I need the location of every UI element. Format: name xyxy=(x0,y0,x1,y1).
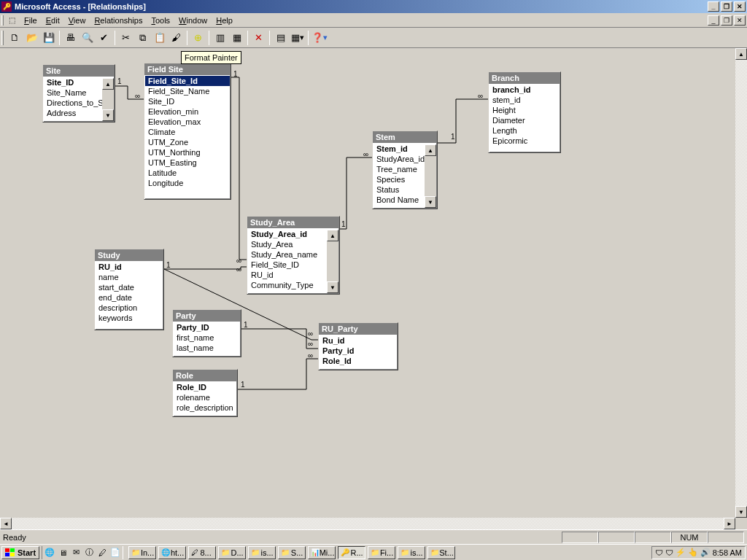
field[interactable]: UTM_Easting xyxy=(145,158,230,168)
open-icon[interactable]: 📂 xyxy=(23,30,40,46)
taskbar-item[interactable]: 📁Fi... xyxy=(368,546,395,559)
app-icon[interactable]: ⓘ xyxy=(83,547,95,559)
field[interactable]: Diameter xyxy=(489,115,560,125)
mdi-restore-button[interactable]: ❐ xyxy=(721,15,732,26)
field[interactable]: Height xyxy=(489,105,560,115)
field[interactable]: first_name xyxy=(174,332,240,343)
database-window-icon[interactable]: ▤ xyxy=(272,30,289,46)
tray-icon[interactable]: 🛡 xyxy=(665,548,673,557)
menu-edit[interactable]: Edit xyxy=(42,15,64,26)
scroll-up-icon[interactable]: ▲ xyxy=(425,144,436,156)
table-title[interactable]: Branch xyxy=(489,72,560,84)
show-all-icon[interactable]: ▦ xyxy=(228,30,245,46)
taskbar-item[interactable]: 📁S... xyxy=(278,546,306,559)
field[interactable]: Longitude xyxy=(145,178,230,188)
mdi-minimize-button[interactable]: _ xyxy=(708,15,719,26)
field[interactable]: Community_Type xyxy=(248,280,338,290)
field[interactable]: Party_ID xyxy=(174,322,240,332)
show-direct-icon[interactable]: ▥ xyxy=(212,30,228,46)
tray-icon[interactable]: 🔊 xyxy=(700,548,711,557)
field[interactable]: Field_Site_ID xyxy=(248,260,338,270)
menu-file[interactable]: File xyxy=(20,15,42,26)
taskbar-item[interactable]: 📁is... xyxy=(398,546,425,559)
start-button[interactable]: Start xyxy=(1,546,39,559)
field[interactable]: Study_Area xyxy=(248,239,338,249)
table-party[interactable]: Party Party_ID first_name last_name xyxy=(172,309,241,357)
field[interactable]: Site_ID xyxy=(145,96,230,106)
table-ru-party[interactable]: RU_Party Ru_id Party_id Role_Id xyxy=(318,322,398,370)
restore-button[interactable]: ❐ xyxy=(721,1,732,12)
print-icon[interactable]: 🖶 xyxy=(62,30,79,46)
new-object-icon[interactable]: ▦▾ xyxy=(289,30,306,46)
save-icon[interactable]: 💾 xyxy=(40,30,57,46)
field[interactable]: Epicormic xyxy=(489,136,560,146)
table-title[interactable]: Field Site xyxy=(144,63,231,75)
scroll-up-icon[interactable]: ▲ xyxy=(327,230,338,241)
field[interactable]: Latitude xyxy=(145,168,230,178)
ie-icon[interactable]: 🌐 xyxy=(44,547,55,559)
relationships-canvas[interactable]: 1 ∞ 1 ∞ 1 ∞ 1 ∞ 1 ∞ ∞ 1 ∞ 1 ∞ Site Site_… xyxy=(0,48,747,529)
taskbar-item[interactable]: 🌐ht... xyxy=(158,546,186,559)
tray-icon[interactable]: 👆 xyxy=(688,548,698,557)
field[interactable]: last_name xyxy=(174,343,240,353)
new-icon[interactable]: 🗋 xyxy=(7,30,23,46)
minimize-button[interactable]: _ xyxy=(708,1,719,12)
field[interactable]: RU_id xyxy=(248,270,338,280)
table-title[interactable]: Site xyxy=(43,65,115,77)
field[interactable]: Study_Area_name xyxy=(248,249,338,260)
show-table-icon[interactable]: ⊕ xyxy=(190,30,206,46)
paste-icon[interactable]: 📋 xyxy=(151,30,168,46)
field[interactable]: stem_id xyxy=(489,95,560,105)
taskbar-item[interactable]: 📁St... xyxy=(427,546,455,559)
field[interactable]: Field_Site_Id xyxy=(145,76,230,86)
menu-window[interactable]: Window xyxy=(174,15,212,26)
scroll-down-icon[interactable]: ▼ xyxy=(327,281,338,293)
clock[interactable]: 8:58 AM xyxy=(713,548,742,557)
scroll-down-icon[interactable]: ▼ xyxy=(102,109,114,121)
table-branch[interactable]: Branch branch_id stem_id Height Diameter… xyxy=(488,71,561,153)
table-stem[interactable]: Stem Stem_id StudyArea_id Tree_name Spec… xyxy=(372,131,438,209)
taskbar-item[interactable]: 📊Mi... xyxy=(308,546,336,559)
menu-help[interactable]: Help xyxy=(212,15,237,26)
field[interactable]: UTM_Northing xyxy=(145,147,230,158)
table-role[interactable]: Role Role_ID rolename role_description xyxy=(172,369,238,417)
mdi-close-button[interactable]: ✕ xyxy=(734,15,746,26)
app-icon[interactable]: 🖊 xyxy=(96,547,108,559)
scroll-up-icon[interactable]: ▲ xyxy=(102,78,114,90)
menu-view[interactable]: View xyxy=(64,15,90,26)
system-tray[interactable]: 🛡 🛡 ⚡ 👆 🔊 8:58 AM xyxy=(651,546,746,559)
table-field-site[interactable]: Field Site Field_Site_Id Field_Site_Name… xyxy=(144,63,231,200)
field[interactable]: UTM_Zone xyxy=(145,137,230,147)
field[interactable]: Climate xyxy=(145,127,230,137)
format-painter-icon[interactable]: 🖌 xyxy=(168,30,185,46)
field[interactable]: Length xyxy=(489,125,560,136)
scroll-left-icon[interactable]: ◄ xyxy=(0,518,12,529)
desktop-icon[interactable]: 🖥 xyxy=(57,547,69,559)
clear-layout-icon[interactable]: ✕ xyxy=(250,30,267,46)
menu-relationships[interactable]: Relationships xyxy=(90,15,147,26)
close-button[interactable]: ✕ xyxy=(734,1,746,12)
field[interactable]: Role_ID xyxy=(174,382,236,392)
field[interactable]: branch_id xyxy=(489,85,560,95)
taskbar-item[interactable]: 📁is... xyxy=(248,546,276,559)
table-title[interactable]: Stem xyxy=(373,131,437,143)
table-site[interactable]: Site Site_ID Site_Name Directions_to_Si … xyxy=(42,64,115,122)
tray-icon[interactable]: ⚡ xyxy=(676,548,686,557)
app-icon[interactable]: 📄 xyxy=(109,547,121,559)
field[interactable]: name xyxy=(96,272,163,282)
table-title[interactable]: Study xyxy=(95,249,163,261)
field[interactable]: Field_Site_Name xyxy=(145,86,230,96)
taskbar-item[interactable]: 🔑R... xyxy=(338,546,365,559)
field[interactable]: RU_id xyxy=(96,262,163,272)
field[interactable]: Role_Id xyxy=(320,356,397,366)
spelling-icon[interactable]: ✔ xyxy=(96,30,112,46)
field[interactable]: rolename xyxy=(174,392,236,402)
field[interactable]: description xyxy=(96,303,163,313)
table-title[interactable]: Party xyxy=(173,310,241,322)
scroll-down-icon[interactable]: ▼ xyxy=(735,506,747,518)
help-icon[interactable]: ❓▾ xyxy=(311,30,328,46)
field[interactable]: Elevation_min xyxy=(145,106,230,117)
field[interactable]: Elevation_max xyxy=(145,117,230,127)
field[interactable]: role_description xyxy=(174,402,236,413)
table-study[interactable]: Study RU_id name start_date end_date des… xyxy=(94,249,164,330)
